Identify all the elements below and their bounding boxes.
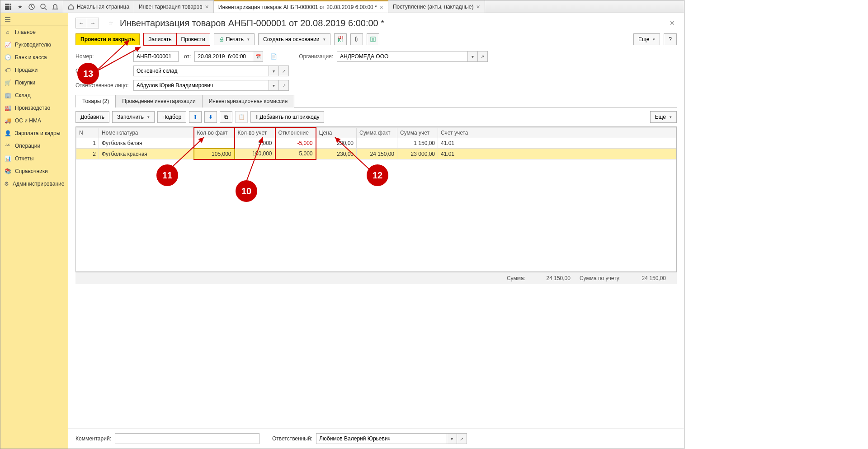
number-input[interactable] — [133, 51, 179, 62]
create-based-button[interactable]: Создать на основании — [258, 33, 330, 45]
table-cell[interactable]: 100,000 — [235, 149, 275, 159]
sub-tab[interactable]: Проведение инвентаризации — [115, 95, 202, 108]
close-button[interactable]: ✕ — [668, 18, 677, 28]
sidebar-item[interactable]: 🕒Банк и касса — [0, 51, 68, 64]
resp-person-open-icon[interactable]: ↗ — [279, 80, 289, 91]
close-icon[interactable]: × — [476, 3, 480, 10]
comment-input[interactable] — [115, 433, 259, 444]
bell-icon[interactable] — [50, 2, 60, 12]
resp-open-icon[interactable]: ↗ — [457, 433, 467, 444]
date-input[interactable] — [194, 51, 253, 62]
table-cell[interactable]: 230,00 — [316, 138, 357, 149]
table-cell[interactable] — [194, 138, 235, 149]
sidebar-item[interactable]: 🏭Производство — [0, 102, 68, 114]
sidebar-item[interactable]: ⚙Администрирование — [0, 178, 68, 190]
column-header[interactable]: Номенклатура — [99, 127, 194, 138]
table-row[interactable]: 2Футболка красная105,000100,0005,000230,… — [76, 149, 676, 159]
table-cell[interactable]: 23 000,00 — [397, 149, 438, 159]
favorite-star-icon[interactable]: ☆ — [105, 18, 116, 28]
hamburger-icon[interactable] — [0, 13, 68, 26]
star-icon[interactable]: ★ — [15, 2, 25, 12]
goods-table[interactable]: NНоменклатураКол-во фактКол-во учетОткло… — [76, 127, 676, 160]
calendar-icon[interactable]: 📅 — [253, 51, 263, 62]
post-button[interactable]: Провести — [177, 33, 210, 45]
sidebar-item[interactable]: ᴬᴷОперации — [0, 140, 68, 152]
nav-back-button[interactable]: ← — [75, 18, 87, 28]
warehouse-input[interactable] — [133, 65, 269, 76]
table-cell[interactable]: -5,000 — [275, 138, 316, 149]
move-down-icon[interactable]: ⬇ — [204, 111, 217, 123]
resp-person-input[interactable] — [133, 80, 269, 91]
copy-icon[interactable]: ⧉ — [220, 111, 232, 123]
tab[interactable]: Начальная страница — [63, 0, 134, 13]
history-icon[interactable] — [27, 2, 37, 12]
people-icon: 👤 — [4, 130, 11, 137]
nav-forward-button[interactable]: → — [87, 18, 99, 28]
search-icon[interactable] — [38, 2, 48, 12]
column-header[interactable]: Кол-во учет — [235, 127, 275, 138]
tab[interactable]: Инвентаризация товаров× — [134, 0, 214, 13]
svg-rect-8 — [9, 8, 11, 10]
paste-icon[interactable]: 📋 — [235, 111, 248, 123]
dt-dt-icon[interactable]: ДтКт — [334, 33, 347, 45]
table-cell[interactable]: Футболка белая — [99, 138, 194, 149]
more-button[interactable]: Еще — [633, 33, 660, 45]
grid-more-button[interactable]: Еще — [650, 111, 677, 123]
apps-icon[interactable] — [3, 2, 13, 12]
move-up-icon[interactable]: ⬆ — [189, 111, 202, 123]
org-open-icon[interactable]: ↗ — [478, 51, 488, 62]
fill-button[interactable]: Заполнить — [112, 111, 155, 123]
column-header[interactable]: Счет учета — [438, 127, 676, 138]
table-cell[interactable]: 24 150,00 — [357, 149, 397, 159]
sidebar-item[interactable]: 🏢Склад — [0, 89, 68, 102]
table-cell[interactable] — [357, 138, 397, 149]
column-header[interactable]: Сумма учет — [397, 127, 438, 138]
sidebar-item[interactable]: 👤Зарплата и кадры — [0, 127, 68, 140]
help-button[interactable]: ? — [664, 33, 677, 45]
sidebar-item[interactable]: 📊Отчеты — [0, 152, 68, 165]
table-cell[interactable]: 41.01 — [438, 149, 676, 159]
resp-input[interactable] — [316, 433, 447, 444]
post-and-close-button[interactable]: Провести и закрыть — [75, 33, 140, 45]
sidebar-item[interactable]: 🚚ОС и НМА — [0, 114, 68, 127]
column-header[interactable]: Кол-во факт — [194, 127, 235, 138]
org-input[interactable] — [337, 51, 468, 62]
list-icon[interactable] — [367, 33, 379, 45]
table-cell[interactable]: 1 150,00 — [397, 138, 438, 149]
table-cell[interactable]: 41.01 — [438, 138, 676, 149]
tab[interactable]: Поступление (акты, накладные)× — [388, 0, 485, 13]
warehouse-open-icon[interactable]: ↗ — [279, 65, 289, 76]
column-header[interactable]: Цена — [316, 127, 357, 138]
add-barcode-button[interactable]: ⦀ Добавить по штрихкоду — [250, 111, 324, 123]
table-cell[interactable]: 5,000 — [235, 138, 275, 149]
sub-tab[interactable]: Товары (2) — [75, 95, 116, 108]
close-icon[interactable]: × — [380, 4, 383, 11]
close-icon[interactable]: × — [205, 3, 209, 10]
table-cell[interactable]: 1 — [76, 138, 99, 149]
column-header[interactable]: Сумма факт — [357, 127, 397, 138]
add-row-button[interactable]: Добавить — [75, 111, 109, 123]
column-header[interactable]: Отклонение — [275, 127, 316, 138]
sub-tab[interactable]: Инвентаризационная комиссия — [202, 95, 295, 108]
print-button[interactable]: 🖨Печать — [214, 33, 255, 45]
table-cell[interactable]: 2 — [76, 149, 99, 159]
select-button[interactable]: Подбор — [157, 111, 186, 123]
sidebar-item[interactable]: ⌂Главное — [0, 26, 68, 38]
table-cell[interactable]: 105,000 — [194, 149, 235, 159]
resp-dropdown-icon[interactable]: ▾ — [447, 433, 457, 444]
write-button[interactable]: Записать — [144, 33, 176, 45]
sidebar-item[interactable]: 🏷Продажи — [0, 64, 68, 76]
column-header[interactable]: N — [76, 127, 99, 138]
attach-icon[interactable] — [350, 33, 363, 45]
table-row[interactable]: 1Футболка белая5,000-5,000230,001 150,00… — [76, 138, 676, 149]
table-cell[interactable]: 5,000 — [275, 149, 316, 159]
org-dropdown-icon[interactable]: ▾ — [468, 51, 478, 62]
sidebar-item[interactable]: 📈Руководителю — [0, 38, 68, 51]
sidebar-item[interactable]: 🛒Покупки — [0, 76, 68, 89]
resp-person-dropdown-icon[interactable]: ▾ — [269, 80, 279, 91]
table-cell[interactable]: Футболка красная — [99, 149, 194, 159]
tab[interactable]: Инвентаризация товаров АНБП-000001 от 20… — [214, 0, 388, 13]
table-cell[interactable]: 230,00 — [316, 149, 357, 159]
sidebar-item[interactable]: 📚Справочники — [0, 165, 68, 178]
warehouse-dropdown-icon[interactable]: ▾ — [269, 65, 279, 76]
